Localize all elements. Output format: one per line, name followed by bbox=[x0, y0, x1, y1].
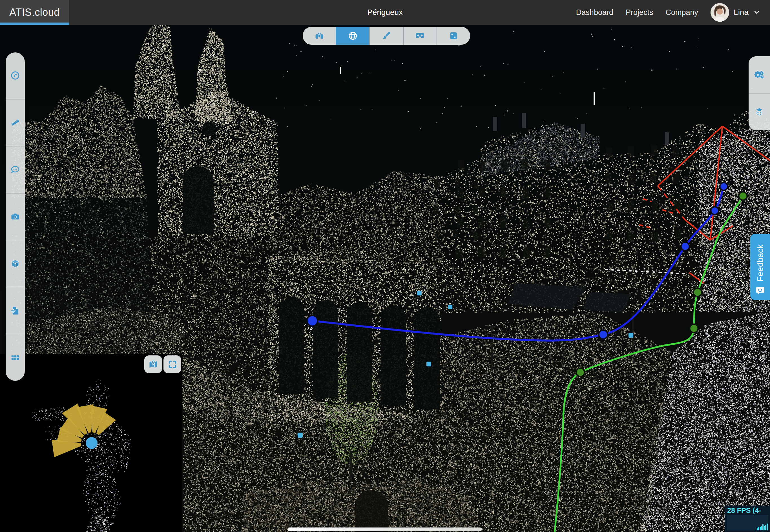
user-name: Lina bbox=[734, 8, 749, 17]
compass-icon bbox=[10, 70, 20, 81]
paintbrush-icon bbox=[381, 31, 391, 41]
tool-vr-cardboard[interactable] bbox=[403, 27, 437, 45]
import-file-icon bbox=[10, 306, 20, 316]
image-icon bbox=[448, 31, 458, 41]
logo-underline bbox=[0, 23, 69, 25]
ruler-icon bbox=[10, 117, 20, 128]
header-nav: Dashboard Projects Company Lina bbox=[576, 0, 760, 25]
view-mode-toolbar bbox=[303, 27, 470, 45]
tool-cube[interactable] bbox=[6, 240, 25, 287]
globe-icon bbox=[348, 31, 358, 41]
minimap-viewport[interactable] bbox=[0, 354, 182, 532]
app-logo: ATIS.cloud bbox=[9, 6, 59, 18]
user-menu[interactable]: Lina bbox=[711, 3, 760, 22]
tool-sidebar bbox=[6, 52, 25, 381]
vr-cardboard-icon bbox=[415, 31, 425, 41]
nav-company[interactable]: Company bbox=[666, 8, 698, 17]
project-title: Périgueux bbox=[367, 8, 403, 17]
feedback-label: Feedback bbox=[755, 244, 765, 282]
tool-settings[interactable] bbox=[749, 56, 770, 93]
feedback-tab[interactable]: Feedback bbox=[750, 234, 770, 300]
horizontal-scrollbar[interactable] bbox=[288, 527, 482, 531]
apps-grid-icon bbox=[10, 353, 20, 363]
camera-icon bbox=[10, 212, 20, 222]
avatar bbox=[711, 3, 729, 22]
fps-history-graph bbox=[727, 515, 768, 531]
right-toolbar bbox=[749, 56, 770, 130]
binoculars-icon bbox=[314, 31, 324, 41]
tool-globe[interactable] bbox=[336, 27, 369, 45]
tool-apps-grid[interactable] bbox=[6, 334, 25, 381]
logo-tab[interactable]: ATIS.cloud bbox=[0, 0, 69, 25]
tool-paintbrush[interactable] bbox=[369, 27, 403, 45]
nav-dashboard[interactable]: Dashboard bbox=[576, 8, 613, 17]
tool-comments[interactable] bbox=[6, 146, 25, 193]
fps-stats-panel[interactable]: 28 FPS (4-29) bbox=[725, 506, 770, 532]
comments-icon bbox=[10, 164, 20, 175]
tool-compass[interactable] bbox=[6, 52, 25, 99]
tool-camera[interactable] bbox=[6, 193, 25, 240]
fullscreen-icon bbox=[167, 359, 177, 369]
tool-import[interactable] bbox=[6, 287, 25, 334]
tool-ruler[interactable] bbox=[6, 99, 25, 146]
chevron-down-icon bbox=[753, 9, 760, 16]
tool-image[interactable] bbox=[437, 27, 470, 45]
tool-binoculars[interactable] bbox=[303, 27, 336, 45]
layers-icon bbox=[754, 106, 765, 117]
settings-gears-icon bbox=[754, 69, 765, 80]
nav-projects[interactable]: Projects bbox=[626, 8, 653, 17]
cube-icon bbox=[10, 259, 20, 269]
minimap-map-button[interactable] bbox=[144, 355, 162, 373]
top-bar: ATIS.cloud Périgueux Dashboard Projects … bbox=[0, 0, 770, 25]
fullscreen-button[interactable] bbox=[163, 355, 181, 373]
map-pin-icon bbox=[148, 359, 158, 369]
feedback-smiley-icon bbox=[755, 286, 765, 296]
application-window: ATIS.cloud Périgueux Dashboard Projects … bbox=[0, 0, 770, 532]
tool-layers[interactable] bbox=[749, 93, 770, 130]
